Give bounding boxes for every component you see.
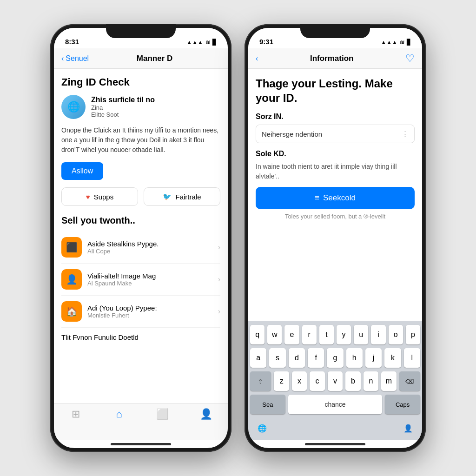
right-screen-content: Thage your Lesting. Make your ID. Sorz I… [248, 69, 422, 321]
fairtrale-label: Fairtrale [175, 193, 201, 201]
key-p[interactable]: p [406, 325, 420, 344]
notch-right [300, 24, 370, 38]
key-y[interactable]: y [337, 325, 351, 344]
profile-name: Zhis surficle til no [91, 96, 155, 104]
list-icon-2: 👤 [61, 269, 82, 290]
sea-key[interactable]: Sea [250, 395, 285, 414]
key-b[interactable]: b [345, 371, 360, 391]
seekcold-label: Seekcold [323, 193, 356, 203]
tab-wallet[interactable]: ⬜ [141, 408, 185, 420]
chevron-right-3: › [218, 307, 220, 316]
keyboard-row-2: a s d f g h j k l [250, 348, 420, 368]
profile-card: 🌐 Zhis surficle til no Zina Elitte Soot [61, 95, 220, 119]
key-m[interactable]: m [381, 371, 396, 391]
key-x[interactable]: x [292, 371, 307, 391]
tab-home[interactable]: ⌂ [98, 408, 141, 420]
action-row: ♥ Supps 🐦 Fairtrale [61, 187, 220, 206]
chevron-right-1: › [218, 243, 220, 251]
supps-label: Supps [94, 193, 114, 201]
back-button-right[interactable]: ‹ [256, 54, 258, 63]
list-item-3[interactable]: 🏠 Adi (You Loop) Pypee: Monistle Fuhert … [61, 296, 220, 328]
left-phone: 8:31 ▲▲▲ ≋ ▊ ‹ Senuel Manner D Zing ID C… [50, 24, 231, 452]
list-text-3: Adi (You Loop) Pypee: Monistle Fuhert [87, 304, 218, 319]
fairtrale-button[interactable]: 🐦 Fairtrale [144, 187, 220, 206]
key-u[interactable]: u [354, 325, 368, 344]
profile-info: Zhis surficle til no Zina Elitte Soot [91, 96, 155, 118]
key-l[interactable]: l [404, 348, 420, 368]
key-h[interactable]: h [346, 348, 363, 368]
key-a[interactable]: a [250, 348, 266, 368]
status-icons-left: ▲▲▲ ≋ ▊ [186, 39, 217, 46]
list-item-4[interactable]: Tlit Fvnon Funulic Doetld [61, 328, 220, 347]
key-k[interactable]: k [384, 348, 401, 368]
tab-profile[interactable]: 👤 [185, 408, 228, 420]
sorz-label: Sorz IN. [256, 112, 415, 121]
key-t[interactable]: t [319, 325, 334, 344]
keyboard-row-1: q w e r t y u i o p [250, 325, 420, 344]
list-sub-1: Ali Cope [87, 248, 218, 255]
battery-icon-right: ▊ [407, 39, 411, 46]
notch-left [106, 24, 176, 38]
key-g[interactable]: g [327, 348, 343, 368]
section-subtitle-left: Sell you twonth.. [61, 215, 220, 226]
key-v[interactable]: v [328, 371, 343, 391]
key-z[interactable]: z [274, 371, 289, 391]
key-s[interactable]: s [269, 348, 285, 368]
list-text-1: Aside Stealkins Pypge. Ali Cope [87, 240, 218, 255]
tab-grid[interactable]: ⊞ [54, 408, 98, 420]
list-item-1[interactable]: ⬛ Aside Stealkins Pypge. Ali Cope › [61, 231, 220, 264]
chevron-right-2: › [218, 275, 220, 284]
page-heading: Thage your Lesting. Make your ID. [256, 76, 415, 105]
chevron-left-icon-right: ‹ [256, 54, 258, 63]
right-phone: 9:31 ▲▲▲ ≋ ▊ ‹ Information ♡ Thage your … [245, 24, 426, 452]
key-j[interactable]: j [365, 348, 382, 368]
nav-bar-left: ‹ Senuel Manner D [54, 48, 228, 69]
phones-container: 8:31 ▲▲▲ ≋ ▊ ‹ Senuel Manner D Zing ID C… [50, 24, 426, 452]
heart-nav-icon[interactable]: ♡ [405, 53, 415, 65]
key-w[interactable]: w [267, 325, 282, 344]
avatar: 🌐 [61, 95, 86, 119]
person-icon: 👤 [200, 408, 212, 420]
list-text-4: Tlit Fvnon Funulic Doetld [61, 333, 220, 341]
wifi-icon-left: ≋ [205, 39, 210, 46]
wallet-icon: ⬜ [156, 408, 169, 420]
delete-key[interactable]: ⌫ [399, 371, 420, 391]
sole-desc: In waine tooth nient to aret iit inmple … [256, 162, 415, 181]
key-f[interactable]: f [308, 348, 324, 368]
sorz-input[interactable]: Neihersge ndention ⋮ [256, 125, 415, 143]
chevron-left-icon: ‹ [61, 54, 64, 63]
key-q[interactable]: q [250, 325, 264, 344]
btn-subtext: Toles your selled foom, but a ®-levelit [256, 213, 415, 220]
back-button-left[interactable]: ‹ Senuel [61, 54, 89, 63]
key-n[interactable]: n [364, 371, 378, 391]
time-left: 8:31 [65, 38, 79, 46]
heart-icon: ♥ [86, 193, 90, 201]
seekcold-button[interactable]: ≡ Seekcold [256, 187, 415, 209]
key-e[interactable]: e [284, 325, 299, 344]
list-title-1: Aside Stealkins Pypge. [87, 240, 218, 248]
home-indicator-left [111, 443, 171, 445]
key-i[interactable]: i [371, 325, 385, 344]
list-text-2: Vialii-altel! Image Mag Ai Spaund Make [87, 272, 218, 287]
signal-icon-left: ▲▲▲ [186, 39, 203, 46]
tab-bar-left: ⊞ ⌂ ⬜ 👤 [54, 403, 228, 440]
key-r[interactable]: r [302, 325, 317, 344]
key-c[interactable]: c [310, 371, 324, 391]
key-o[interactable]: o [389, 325, 403, 344]
list-sub-3: Monistle Fuhert [87, 312, 218, 319]
list-icon-3: 🏠 [61, 301, 82, 322]
list-item-2[interactable]: 👤 Vialii-altel! Image Mag Ai Spaund Make… [61, 264, 220, 296]
shift-key[interactable]: ⇧ [250, 371, 271, 391]
seekcold-icon: ≡ [315, 193, 319, 203]
left-screen-content: Zing ID Check 🌐 Zhis surficle til no Zin… [54, 69, 228, 403]
supps-button[interactable]: ♥ Supps [61, 187, 138, 206]
space-key[interactable]: chance [288, 395, 382, 414]
caps-key[interactable]: Caps [385, 395, 420, 414]
time-right: 9:31 [259, 38, 273, 46]
globe-icon[interactable]: 🌐 [258, 424, 267, 433]
sorz-value: Neihersge ndention [262, 130, 322, 138]
twitter-icon: 🐦 [163, 192, 172, 201]
profile-sub2: Elitte Soot [91, 111, 155, 118]
key-d[interactable]: d [289, 348, 305, 368]
allow-button[interactable]: Asllow [61, 162, 103, 180]
